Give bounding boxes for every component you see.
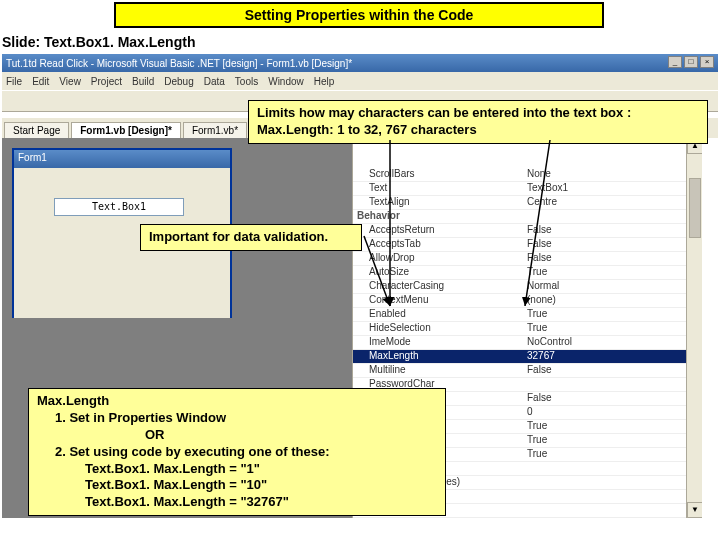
prop-name: AllowDrop: [353, 252, 523, 265]
props-scrollbar[interactable]: ▲ ▼: [686, 138, 702, 518]
prop-row-allowdrop[interactable]: AllowDropFalse: [353, 252, 699, 266]
prop-value[interactable]: None: [523, 168, 699, 181]
prop-name: Enabled: [353, 308, 523, 321]
tab-start-page[interactable]: Start Page: [4, 122, 69, 138]
toolbar-cut-icon[interactable]: [94, 92, 112, 110]
prop-value[interactable]: [523, 490, 699, 503]
prop-name: Behavior: [353, 210, 523, 223]
prop-row-text[interactable]: TextTextBox1: [353, 182, 699, 196]
toolbar-saveall-icon[interactable]: [72, 92, 90, 110]
prop-value[interactable]: [523, 504, 699, 517]
prop-value[interactable]: False: [523, 224, 699, 237]
close-button[interactable]: ×: [700, 56, 714, 68]
callout-validation: Important for data validation.: [140, 224, 362, 251]
toolbar-run-icon[interactable]: [204, 92, 222, 110]
prop-name: TextAlign: [353, 196, 523, 209]
prop-name: ContextMenu: [353, 294, 523, 307]
prop-row-textalign[interactable]: TextAlignCentre: [353, 196, 699, 210]
prop-name: AcceptsReturn: [353, 224, 523, 237]
toolbar-redo-icon[interactable]: [182, 92, 200, 110]
prop-value[interactable]: [523, 210, 699, 223]
prop-row-contextmenu[interactable]: ContextMenu(none): [353, 294, 699, 308]
prop-row-charactercasing[interactable]: CharacterCasingNormal: [353, 280, 699, 294]
prop-row-behavior[interactable]: Behavior: [353, 210, 699, 224]
prop-value[interactable]: False: [523, 252, 699, 265]
menu-help[interactable]: Help: [314, 76, 335, 87]
maximize-button[interactable]: □: [684, 56, 698, 68]
toolbar-new-icon[interactable]: [6, 92, 24, 110]
minimize-button[interactable]: _: [668, 56, 682, 68]
prop-value[interactable]: False: [523, 392, 699, 405]
prop-value[interactable]: [523, 462, 699, 475]
prop-value[interactable]: True: [523, 308, 699, 321]
prop-name: ScrollBars: [353, 168, 523, 181]
menu-build[interactable]: Build: [132, 76, 154, 87]
prop-value[interactable]: False: [523, 364, 699, 377]
prop-row-imemode[interactable]: ImeModeNoControl: [353, 336, 699, 350]
menu-debug[interactable]: Debug: [164, 76, 193, 87]
prop-row-scrollbars[interactable]: ScrollBarsNone: [353, 168, 699, 182]
prop-row-autosize[interactable]: AutoSizeTrue: [353, 266, 699, 280]
c3-code3: Text.Box1. Max.Length = "32767": [85, 494, 437, 511]
prop-value[interactable]: 0: [523, 406, 699, 419]
prop-row-acceptstab[interactable]: AcceptsTabFalse: [353, 238, 699, 252]
prop-name: AcceptsTab: [353, 238, 523, 251]
c3-or: OR: [145, 427, 437, 444]
callout-set-methods: Max.Length 1. Set in Properties Window O…: [28, 388, 446, 516]
c3-code1: Text.Box1. Max.Length = "1": [85, 461, 437, 478]
form1-titlebar: Form1: [14, 150, 230, 168]
prop-row-multiline[interactable]: MultilineFalse: [353, 364, 699, 378]
slide-label: Slide: Text.Box1. Max.Length: [2, 34, 195, 50]
menu-edit[interactable]: Edit: [32, 76, 49, 87]
prop-value[interactable]: TextBox1: [523, 182, 699, 195]
prop-value[interactable]: Normal: [523, 280, 699, 293]
prop-value[interactable]: (none): [523, 294, 699, 307]
menu-view[interactable]: View: [59, 76, 81, 87]
textbox1-control[interactable]: Text.Box1: [54, 198, 184, 216]
scroll-down-button[interactable]: ▼: [687, 502, 702, 518]
prop-name: MaxLength: [353, 350, 523, 363]
prop-row-maxlength[interactable]: MaxLength32767: [353, 350, 699, 364]
menu-file[interactable]: File: [6, 76, 22, 87]
prop-name: HideSelection: [353, 322, 523, 335]
toolbar-copy-icon[interactable]: [116, 92, 134, 110]
toolbar-save-icon[interactable]: [50, 92, 68, 110]
c3-line2: 2. Set using code by executing one of th…: [55, 444, 437, 461]
prop-name: AutoSize: [353, 266, 523, 279]
toolbar-open-icon[interactable]: [28, 92, 46, 110]
prop-value[interactable]: [523, 378, 699, 391]
scroll-thumb[interactable]: [689, 178, 701, 238]
c3-code2: Text.Box1. Max.Length = "10": [85, 477, 437, 494]
c3-line1: 1. Set in Properties Window: [55, 410, 437, 427]
menu-tools[interactable]: Tools: [235, 76, 258, 87]
menu-window[interactable]: Window: [268, 76, 304, 87]
toolbar-paste-icon[interactable]: [138, 92, 156, 110]
vs-title-text: Tut.1td Read Click - Microsoft Visual Ba…: [6, 58, 352, 69]
prop-name: Multiline: [353, 364, 523, 377]
menu-project[interactable]: Project: [91, 76, 122, 87]
prop-value[interactable]: [523, 476, 699, 489]
prop-value[interactable]: True: [523, 322, 699, 335]
prop-value[interactable]: False: [523, 238, 699, 251]
toolbar-undo-icon[interactable]: [160, 92, 178, 110]
prop-value[interactable]: True: [523, 448, 699, 461]
prop-value[interactable]: True: [523, 420, 699, 433]
prop-name: CharacterCasing: [353, 280, 523, 293]
prop-value[interactable]: True: [523, 434, 699, 447]
prop-value[interactable]: NoControl: [523, 336, 699, 349]
title-banner: Setting Properties within the Code: [114, 2, 604, 28]
prop-row-acceptsreturn[interactable]: AcceptsReturnFalse: [353, 224, 699, 238]
prop-value[interactable]: Centre: [523, 196, 699, 209]
prop-name: ImeMode: [353, 336, 523, 349]
callout-limits: Limits how may characters can be entered…: [248, 100, 708, 144]
menu-data[interactable]: Data: [204, 76, 225, 87]
callout-limits-line2: Max.Length: 1 to 32, 767 characters: [257, 122, 699, 139]
prop-name: Text: [353, 182, 523, 195]
tab-form-design[interactable]: Form1.vb [Design]*: [71, 122, 181, 138]
prop-row-enabled[interactable]: EnabledTrue: [353, 308, 699, 322]
prop-value[interactable]: 32767: [523, 350, 699, 363]
prop-row-hideselection[interactable]: HideSelectionTrue: [353, 322, 699, 336]
c3-title: Max.Length: [37, 393, 437, 410]
tab-form-code[interactable]: Form1.vb*: [183, 122, 247, 138]
prop-value[interactable]: True: [523, 266, 699, 279]
